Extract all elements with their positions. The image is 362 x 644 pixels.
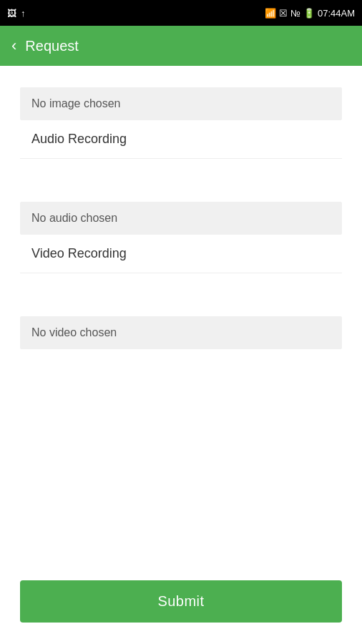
status-bar-right: 📶 ☒ № 🔋 07:44AM [265,8,355,19]
signal-icon: № [290,8,300,19]
video-status-label: No video chosen [20,316,342,349]
time-display: 07:44AM [318,8,355,19]
battery-icon: 🔋 [303,8,315,19]
upload-icon: ↑ [21,8,26,19]
image-status-label: No image chosen [20,87,342,120]
image-section: No image chosen Audio Recording [20,87,342,159]
video-section: No video chosen [20,316,342,349]
nav-bar: ‹ Request [0,26,362,66]
submit-section: Submit [20,580,342,623]
audio-recording-button[interactable]: Audio Recording [20,120,342,159]
page-title: Request [25,38,79,54]
audio-status-label: No audio chosen [20,202,342,235]
video-recording-button[interactable]: Video Recording [20,235,342,273]
audio-section: No audio chosen Video Recording [20,202,342,273]
main-content: No image chosen Audio Recording No audio… [0,66,362,406]
status-bar: 🖼 ↑ 📶 ☒ № 🔋 07:44AM [0,0,362,26]
back-button[interactable]: ‹ [11,36,16,55]
wifi-icon: 📶 [265,8,276,19]
status-bar-left: 🖼 ↑ [7,8,26,19]
image-icon: 🖼 [7,8,16,19]
submit-button[interactable]: Submit [20,580,342,623]
sim-icon: ☒ [279,8,288,19]
